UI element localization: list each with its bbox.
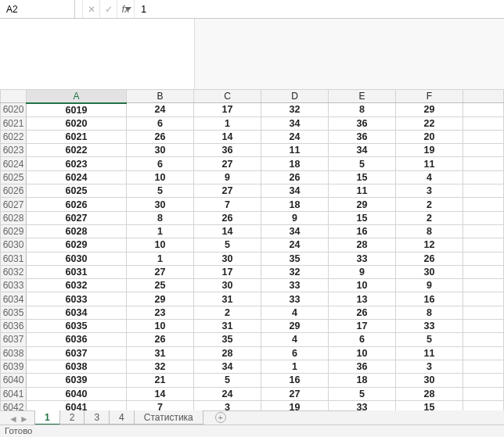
horizontal-scroll-area[interactable]	[363, 410, 504, 424]
cell[interactable]	[463, 320, 504, 333]
cell[interactable]: 14	[194, 224, 261, 238]
cell[interactable]: 26	[329, 306, 396, 319]
cell[interactable]: 35	[194, 333, 261, 346]
table-row[interactable]: 6026602552734113	[1, 184, 504, 198]
cell[interactable]: 27	[261, 387, 329, 400]
cell[interactable]	[463, 238, 504, 252]
cell[interactable]: 27	[194, 184, 261, 198]
cell[interactable]: 31	[127, 346, 194, 360]
cell[interactable]: 30	[194, 279, 261, 292]
row-header[interactable]: 6028	[1, 211, 27, 224]
cell[interactable]	[463, 116, 504, 130]
formula-input[interactable]	[135, 0, 504, 18]
cell[interactable]: 6019	[27, 103, 127, 116]
row-header[interactable]: 6033	[1, 279, 27, 292]
cell[interactable]: 29	[261, 320, 329, 333]
cell[interactable]: 32	[127, 360, 194, 373]
row-header[interactable]: 6036	[1, 320, 27, 333]
cell[interactable]: 15	[329, 170, 396, 184]
cell[interactable]: 24	[261, 130, 329, 143]
column-header-next[interactable]	[463, 90, 504, 103]
row-header[interactable]: 6042	[1, 400, 27, 410]
cell[interactable]: 6040	[27, 387, 127, 400]
cell[interactable]: 7	[194, 198, 261, 211]
cell[interactable]: 11	[261, 144, 329, 157]
cell[interactable]: 34	[261, 116, 329, 130]
cell[interactable]: 6	[329, 333, 396, 346]
cell[interactable]: 3	[194, 400, 261, 410]
cell[interactable]: 12	[396, 238, 463, 252]
row-header[interactable]: 6031	[1, 252, 27, 265]
column-header-D[interactable]: D	[261, 90, 329, 103]
cell[interactable]: 9	[194, 170, 261, 184]
row-header[interactable]: 6021	[1, 116, 27, 130]
cell[interactable]: 5	[329, 387, 396, 400]
cell[interactable]: 6023	[27, 157, 127, 170]
cell[interactable]: 26	[127, 333, 194, 346]
cell[interactable]: 30	[396, 265, 463, 278]
cell[interactable]: 14	[127, 387, 194, 400]
cell[interactable]: 30	[194, 252, 261, 265]
cell[interactable]: 22	[396, 116, 463, 130]
cell[interactable]: 8	[396, 224, 463, 238]
row-header[interactable]: 6038	[1, 346, 27, 360]
select-all-corner[interactable]	[1, 90, 27, 103]
cell[interactable]: 32	[261, 265, 329, 278]
cell[interactable]	[463, 103, 504, 116]
table-row[interactable]: 60326031271732930	[1, 265, 504, 278]
cell[interactable]: 16	[396, 292, 463, 306]
cell[interactable]: 4	[261, 306, 329, 319]
cell[interactable]: 4	[396, 170, 463, 184]
row-header[interactable]: 6029	[1, 224, 27, 238]
cell[interactable]	[463, 265, 504, 278]
cell[interactable]: 31	[194, 292, 261, 306]
column-header-A[interactable]: A	[27, 90, 127, 103]
cell[interactable]: 16	[261, 374, 329, 387]
row-header[interactable]: 6037	[1, 333, 27, 346]
cell[interactable]	[463, 400, 504, 410]
cell[interactable]: 29	[396, 103, 463, 116]
cell[interactable]: 11	[329, 184, 396, 198]
sheet-tab-1[interactable]: 1	[34, 410, 60, 425]
table-row[interactable]: 6029602811434168	[1, 224, 504, 238]
cell[interactable]: 5	[329, 157, 396, 170]
column-header-B[interactable]: B	[127, 90, 194, 103]
cell[interactable]: 29	[127, 292, 194, 306]
cell[interactable]: 14	[194, 130, 261, 143]
table-row[interactable]: 6025602410926154	[1, 170, 504, 184]
row-header[interactable]: 6041	[1, 387, 27, 400]
cell[interactable]: 6033	[27, 292, 127, 306]
cell[interactable]: 6029	[27, 238, 127, 252]
row-header[interactable]: 6025	[1, 170, 27, 184]
cell[interactable]: 30	[127, 144, 194, 157]
cell[interactable]: 11	[396, 157, 463, 170]
cell[interactable]: 34	[329, 144, 396, 157]
cell[interactable]: 16	[329, 224, 396, 238]
cell[interactable]: 10	[127, 238, 194, 252]
cell[interactable]: 6025	[27, 184, 127, 198]
table-row[interactable]: 603660351031291733	[1, 320, 504, 333]
cell[interactable]: 6020	[27, 116, 127, 130]
cell[interactable]: 23	[127, 306, 194, 319]
cell[interactable]: 26	[396, 252, 463, 265]
cell[interactable]: 33	[261, 279, 329, 292]
column-header-F[interactable]: F	[396, 90, 463, 103]
cell[interactable]: 6030	[27, 252, 127, 265]
table-row[interactable]: 60406039215161830	[1, 374, 504, 387]
cell[interactable]: 33	[396, 320, 463, 333]
table-row[interactable]: 6027602630718292	[1, 198, 504, 211]
cell[interactable]: 34	[194, 360, 261, 373]
cell[interactable]: 10	[329, 346, 396, 360]
cell[interactable]: 6032	[27, 279, 127, 292]
column-header-row[interactable]: ABCDEF	[1, 90, 504, 103]
cell[interactable]: 6038	[27, 360, 127, 373]
table-row[interactable]: 60306029105242812	[1, 238, 504, 252]
cell[interactable]: 32	[261, 103, 329, 116]
cell[interactable]: 36	[194, 144, 261, 157]
grid-table[interactable]: ABCDEF 602060192417328296021602061343622…	[0, 89, 504, 410]
cell[interactable]: 15	[329, 211, 396, 224]
cell[interactable]	[463, 170, 504, 184]
cell[interactable]: 25	[127, 279, 194, 292]
sheet-tab-2[interactable]: 2	[59, 410, 85, 424]
cell[interactable]: 33	[329, 252, 396, 265]
